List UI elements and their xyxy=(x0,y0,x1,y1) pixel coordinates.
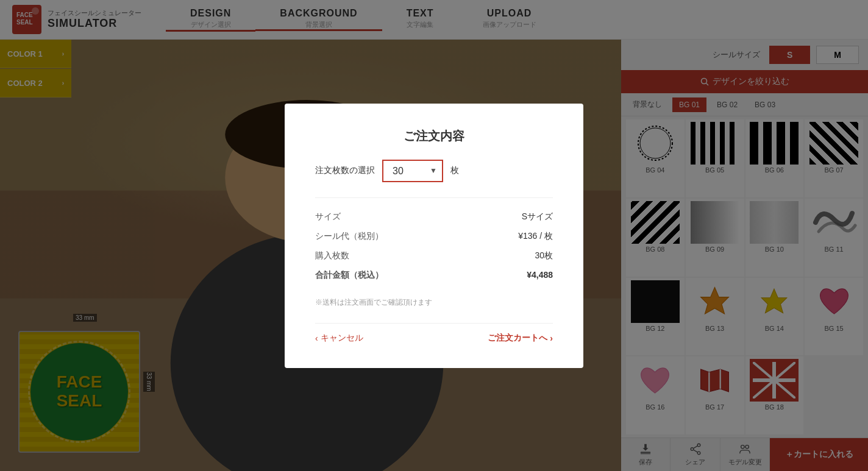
cart-chevron-icon: › xyxy=(550,333,553,343)
qty-label: 注文枚数の選択 xyxy=(315,165,375,176)
modal-actions: ‹ キャンセル ご注文カートへ › xyxy=(315,323,553,344)
size-row: サイズ Sサイズ xyxy=(315,207,553,227)
total-detail-value: ¥4,488 xyxy=(527,270,553,281)
quantity-detail-label: 購入枚数 xyxy=(315,250,349,261)
shipping-note: ※送料は注文画面でご確認頂けます xyxy=(315,297,553,308)
price-row: シール代（税別） ¥136 / 枚 xyxy=(315,227,553,246)
total-row: 合計金額（税込） ¥4,488 xyxy=(315,266,553,285)
size-detail-value: Sサイズ xyxy=(522,211,553,222)
order-details: サイズ Sサイズ シール代（税別） ¥136 / 枚 購入枚数 30枚 合計金額… xyxy=(315,197,553,285)
size-detail-label: サイズ xyxy=(315,211,341,222)
quantity-row: 購入枚数 30枚 xyxy=(315,246,553,266)
total-detail-label: 合計金額（税込） xyxy=(315,270,383,281)
cart-label: ご注文カートへ xyxy=(488,333,547,344)
cancel-label: キャンセル xyxy=(321,333,363,344)
order-cart-button[interactable]: ご注文カートへ › xyxy=(488,333,553,344)
price-detail-value: ¥136 / 枚 xyxy=(518,231,553,242)
order-qty-row: 注文枚数の選択 10 20 30 40 50 60 70 80 90 100 ▼… xyxy=(315,160,553,182)
quantity-detail-value: 30枚 xyxy=(535,250,553,261)
cancel-chevron-icon: ‹ xyxy=(315,333,318,343)
qty-select[interactable]: 10 20 30 40 50 60 70 80 90 100 xyxy=(382,160,443,182)
sheets-unit-label: 枚 xyxy=(450,165,459,176)
cancel-button[interactable]: ‹ キャンセル xyxy=(315,333,363,344)
order-modal: ご注文内容 注文枚数の選択 10 20 30 40 50 60 70 80 90… xyxy=(285,104,583,368)
modal-overlay: ご注文内容 注文枚数の選択 10 20 30 40 50 60 70 80 90… xyxy=(0,0,868,471)
modal-title: ご注文内容 xyxy=(315,128,553,144)
qty-select-wrap: 10 20 30 40 50 60 70 80 90 100 ▼ xyxy=(382,160,443,182)
price-detail-label: シール代（税別） xyxy=(315,231,383,242)
